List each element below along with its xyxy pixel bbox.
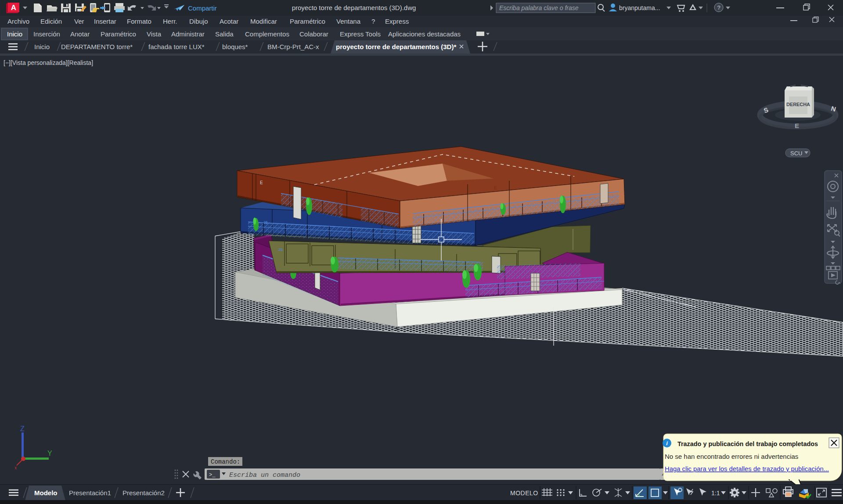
svg-text:Paramétrico: Paramétrico [290, 18, 325, 25]
svg-text:DERECHA: DERECHA [786, 102, 810, 107]
svg-text:Formato: Formato [127, 18, 151, 25]
svg-text:Z: Z [20, 425, 25, 433]
svg-text:bryanputama...: bryanputama... [619, 4, 660, 11]
svg-text:Inserción: Inserción [33, 30, 60, 38]
svg-text:Compartir: Compartir [188, 4, 217, 12]
svg-text:Modelo: Modelo [34, 489, 58, 497]
svg-text:Inicio: Inicio [7, 30, 22, 38]
svg-text:Acotar: Acotar [220, 18, 238, 25]
svg-text:?: ? [371, 18, 375, 25]
svg-text:Colaborar: Colaborar [299, 30, 328, 38]
svg-text:Presentación2: Presentación2 [122, 489, 165, 497]
svg-text:Modificar: Modificar [250, 18, 277, 25]
svg-text:Herr.: Herr. [163, 18, 177, 25]
svg-text:Y: Y [47, 450, 52, 457]
svg-text:Vista: Vista [147, 30, 162, 38]
svg-text:Presentación1: Presentación1 [69, 489, 111, 497]
svg-text:Aplicaciones destacadas: Aplicaciones destacadas [388, 30, 461, 38]
svg-text:bloques*: bloques* [222, 43, 248, 50]
svg-text:Paramétrico: Paramétrico [101, 30, 136, 38]
svg-text:proyecto torre de departamento: proyecto torre de departamentos (3D)* [336, 43, 456, 50]
svg-text:x: x [14, 465, 17, 470]
svg-text:Salida: Salida [215, 30, 234, 38]
svg-text:fachada torre LUX*: fachada torre LUX* [148, 43, 205, 50]
svg-text:Dibujo: Dibujo [189, 18, 208, 25]
svg-text:Ventana: Ventana [336, 18, 361, 25]
svg-text:E: E [260, 180, 263, 185]
svg-text:Express Tools: Express Tools [340, 30, 381, 38]
svg-text:25: 25 [278, 247, 283, 252]
svg-text:DEPARTAMENTO torre*: DEPARTAMENTO torre* [61, 43, 133, 50]
svg-text:MODELO: MODELO [510, 490, 538, 497]
svg-text:Anotar: Anotar [70, 30, 90, 38]
svg-text:proyecto torre de departamento: proyecto torre de departamentos (3D).dwg [292, 4, 416, 11]
svg-text:Express: Express [385, 18, 409, 25]
svg-text:BM-Crp-Prt_AC-x: BM-Crp-Prt_AC-x [267, 43, 319, 50]
svg-text:SCU: SCU [790, 150, 802, 157]
svg-text:1:1: 1:1 [711, 490, 720, 497]
svg-text:Edición: Edición [40, 18, 62, 25]
svg-text:Ver: Ver [74, 18, 84, 25]
svg-text:A: A [11, 4, 16, 12]
svg-text:Inicio: Inicio [34, 43, 50, 50]
svg-text:E: E [494, 186, 497, 190]
svg-text:E: E [795, 122, 799, 129]
svg-text:?: ? [717, 4, 720, 11]
svg-text:Archivo: Archivo [7, 18, 29, 25]
svg-text:Administrar: Administrar [171, 30, 205, 38]
svg-text:Complementos: Complementos [245, 30, 289, 38]
svg-text:Insertar: Insertar [94, 18, 116, 25]
svg-text:Escriba palabra clave o frase: Escriba palabra clave o frase [499, 4, 579, 11]
